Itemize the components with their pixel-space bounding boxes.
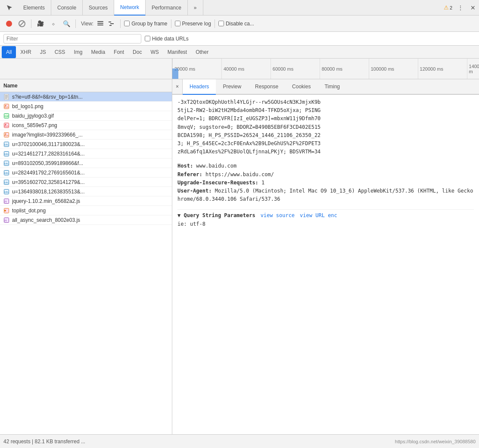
filter-input[interactable] xyxy=(3,34,141,44)
detail-tab-timing[interactable]: Timing xyxy=(317,79,347,95)
file-name: u=3214612717,2828316164&... xyxy=(12,151,85,157)
file-type-icon xyxy=(3,132,9,138)
tab-elements[interactable]: Elements xyxy=(17,0,51,16)
tab-more[interactable]: » xyxy=(188,0,203,16)
type-filter-ws[interactable]: WS xyxy=(146,46,163,58)
file-type-icon xyxy=(3,122,9,128)
cookie-line-2: delPer=1; BDRCVFR[IzI_eUGSZP3]=mbxnW11j9… xyxy=(177,115,474,123)
tab-network[interactable]: Network xyxy=(114,0,146,16)
separator-5 xyxy=(215,19,215,28)
disable-cache-toggle[interactable]: Disable ca... xyxy=(218,21,254,27)
file-row[interactable]: image?imglist=3992339666_... xyxy=(0,130,172,140)
file-row[interactable]: URL u=3214612717,2828316164&... xyxy=(0,149,172,159)
view-source-link[interactable]: view source xyxy=(261,212,295,218)
view-url-link[interactable]: view URL enc xyxy=(300,212,337,218)
clear-button[interactable] xyxy=(16,18,28,29)
type-filter-css[interactable]: CSS xyxy=(50,46,70,58)
more-menu-button[interactable]: ⋮ xyxy=(456,3,465,13)
view-list-button[interactable] xyxy=(95,19,106,29)
file-row[interactable]: URL u=3702100046,3117180023&... xyxy=(0,140,172,149)
type-filter-font[interactable]: Font xyxy=(109,46,128,58)
useragent-value: Mozilla/5.0 (Macintosh; Intel Mac O9 10_… xyxy=(177,188,473,202)
detail-tab-cookies[interactable]: Cookies xyxy=(285,79,317,95)
header-upgrade: Upgrade-Insecure-Requests: 1 xyxy=(177,179,474,187)
file-name: s?ie=utf-8&f=8&rsv_bp=1&tn... xyxy=(12,94,83,100)
type-filter-other[interactable]: Other xyxy=(191,46,213,58)
file-type-icon: URL xyxy=(3,151,9,157)
tab-console[interactable]: Console xyxy=(51,0,83,16)
file-row[interactable]: icons_5859e57.png xyxy=(0,121,172,130)
view-waterfall-button[interactable] xyxy=(106,19,117,29)
svg-rect-2 xyxy=(97,25,103,25)
svg-text:URL: URL xyxy=(4,153,9,156)
file-row[interactable]: s?ie=utf-8&f=8&rsv_bp=1&tn... xyxy=(0,92,172,102)
detail-tab-preview[interactable]: Preview xyxy=(216,79,248,95)
header-useragent: User-Agent: Mozilla/5.0 (Macintosh; Inte… xyxy=(177,187,474,203)
svg-text:URL: URL xyxy=(4,143,9,146)
file-row[interactable]: toplist_dot.png xyxy=(0,206,172,215)
detail-tab-headers[interactable]: Headers xyxy=(183,79,216,95)
disable-cache-checkbox[interactable] xyxy=(218,21,224,26)
tab-list: Elements Console Sources Network Perform… xyxy=(2,0,203,16)
query-section-header: ▼ Query String Parameters view source vi… xyxy=(177,209,474,218)
file-row[interactable]: bd_logo1.png xyxy=(0,102,172,111)
status-url-hint: https://blog.csdn.net/weixin_39088580 xyxy=(395,439,476,444)
group-by-frame-toggle[interactable]: Group by frame xyxy=(124,21,167,27)
useragent-key: User-Agent: xyxy=(177,188,212,194)
svg-text:URL: URL xyxy=(4,162,9,165)
timeline-name-column xyxy=(0,59,172,79)
hide-data-urls-toggle[interactable]: Hide data URLs xyxy=(145,36,189,42)
name-column-header: Name xyxy=(3,83,18,89)
file-name: u=3951602702,3258141279&... xyxy=(12,179,85,185)
tab-sources[interactable]: Sources xyxy=(83,0,114,16)
file-row[interactable]: URL u=3951602702,3258141279&... xyxy=(0,177,172,187)
svg-text:GIF: GIF xyxy=(5,115,9,118)
file-name: bd_logo1.png xyxy=(12,103,44,109)
type-filter-doc[interactable]: Doc xyxy=(128,46,146,58)
svg-text:URL: URL xyxy=(4,172,9,174)
close-devtools-button[interactable]: ✕ xyxy=(469,3,477,13)
file-row[interactable]: URL u=893102050,3599189866&f... xyxy=(0,159,172,168)
type-filter-xhr[interactable]: XHR xyxy=(16,46,35,58)
timeline-scale: 20000 ms 40000 ms 60000 ms 80000 ms 1000… xyxy=(172,59,479,79)
search-button[interactable]: 🔍 xyxy=(61,18,72,29)
hide-data-urls-checkbox[interactable] xyxy=(145,36,150,41)
preserve-log-checkbox[interactable] xyxy=(175,21,180,26)
tab-bar: Elements Console Sources Network Perform… xyxy=(0,0,479,16)
cookie-line-3: 8mvqV; sugstore=0; BDORZ=B490B5EBF6F3CD4… xyxy=(177,123,474,131)
file-name: toplist_dot.png xyxy=(12,208,46,214)
file-name: u=3702100046,3117180023&... xyxy=(12,141,85,147)
record-button[interactable] xyxy=(3,18,15,29)
view-label: View: xyxy=(81,21,93,27)
type-filter-media[interactable]: Media xyxy=(87,46,109,58)
type-filter-all[interactable]: All xyxy=(2,46,16,58)
file-row[interactable]: URL u=2824491792,2769165601&... xyxy=(0,168,172,177)
screenshot-button[interactable]: 🎥 xyxy=(35,18,46,29)
alert-count: 2 xyxy=(450,5,452,10)
cookie-line-4: BCDA1598; H_PS_PSSID=26524_1446_21106_26… xyxy=(177,131,474,140)
file-name: baidu_jgylogo3.gif xyxy=(12,113,54,119)
file-type-icon: URL xyxy=(3,160,9,166)
warning-icon[interactable]: ⚠ 2 xyxy=(444,4,452,11)
detail-tab-response[interactable]: Response xyxy=(248,79,285,95)
filter-button[interactable]: ⬦ xyxy=(48,18,59,29)
tab-performance[interactable]: Performance xyxy=(146,0,188,16)
detail-close-button[interactable]: × xyxy=(172,79,183,95)
preserve-log-toggle[interactable]: Preserve log xyxy=(175,21,211,27)
group-by-frame-checkbox[interactable] xyxy=(124,21,130,26)
preserve-log-label: Preserve log xyxy=(182,21,211,27)
file-row[interactable]: JS all_async_search_8002e03.js xyxy=(0,215,172,225)
type-filter-img[interactable]: Img xyxy=(69,46,87,58)
group-by-frame-label: Group by frame xyxy=(131,21,167,27)
svg-rect-4 xyxy=(110,23,114,24)
filter-row: Hide data URLs xyxy=(0,32,479,46)
tab-bar-actions: ⚠ 2 ⋮ ✕ xyxy=(444,3,477,13)
file-row[interactable]: URL u=1364938018,1263835513&... xyxy=(0,187,172,196)
type-filter-manifest[interactable]: Manifest xyxy=(163,46,191,58)
svg-rect-5 xyxy=(109,25,112,26)
type-filter-js[interactable]: JS xyxy=(36,46,50,58)
header-referer: Referer: https://www.baidu.com/ xyxy=(177,171,474,179)
file-row[interactable]: GIF baidu_jgylogo3.gif xyxy=(0,111,172,121)
file-list: Name s?ie=utf-8&f=8&rsv_bp=1&tn... bd_lo… xyxy=(0,79,172,434)
file-row[interactable]: JS jquery-1.10.2.min_65682a2.js xyxy=(0,196,172,206)
